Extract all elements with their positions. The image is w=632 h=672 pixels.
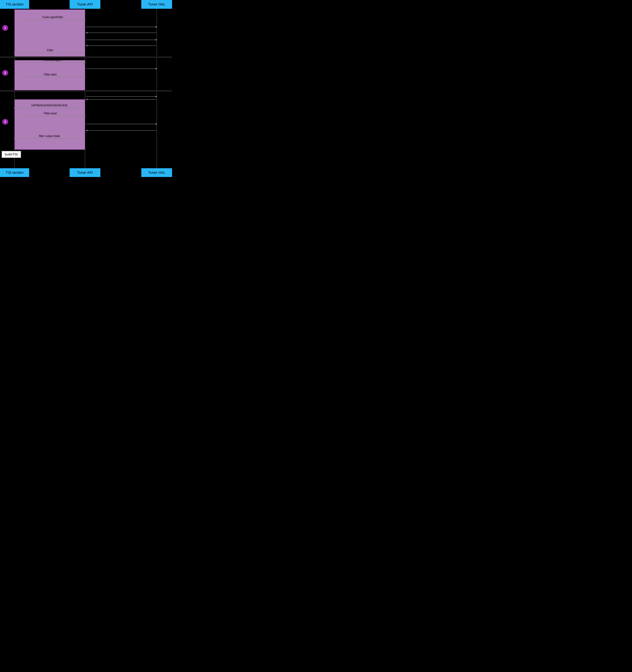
svg-rect-6 (0, 56, 172, 58)
svg-rect-4 (15, 60, 85, 90)
step-circle-2: 2 (2, 70, 8, 76)
svg-marker-16 (155, 39, 157, 41)
svg-rect-3 (15, 9, 85, 56)
svg-marker-35 (14, 107, 16, 109)
footer-tis: TIS section (0, 168, 29, 177)
svg-marker-31 (155, 96, 157, 97)
footer-tuner-hal: Tuner HAL (141, 168, 172, 177)
svg-text:Tuner.openFilter: Tuner.openFilter (42, 16, 63, 19)
header-tuner-hal-label: Tuner HAL (148, 2, 165, 6)
header-tis: TIS section (0, 0, 29, 9)
svg-marker-23 (84, 62, 86, 63)
svg-marker-45 (14, 138, 16, 139)
svg-marker-28 (84, 76, 86, 78)
svg-rect-5 (15, 99, 85, 150)
step-circle-3: 3 (2, 119, 8, 125)
svg-marker-43 (86, 130, 88, 131)
svg-marker-26 (155, 68, 157, 70)
footer-bar: TIS section Tuner API Tuner HAL (0, 168, 172, 177)
build-psi-box: build PSI (2, 151, 21, 158)
svg-text:Filter.read: Filter.read (44, 112, 57, 115)
footer-tuner-api-label: Tuner API (77, 170, 93, 175)
svg-text:Filter.start: Filter.start (44, 73, 56, 76)
svg-marker-14 (86, 32, 88, 33)
main-diagram: Tuner.openFilter Filter Filter.configure (0, 9, 172, 168)
svg-text:Filter: Filter (47, 49, 53, 52)
diagram-container: TIS section Tuner API Tuner HAL (0, 0, 172, 177)
header-tuner-hal: Tuner HAL (141, 0, 172, 9)
svg-text:filter output data: filter output data (39, 135, 60, 138)
header-tis-label: TIS section (6, 2, 23, 6)
build-psi-label: build PSI (5, 152, 18, 156)
svg-marker-33 (86, 99, 88, 100)
svg-text:onFilterEvent(SectionEvent): onFilterEvent(SectionEvent) (31, 104, 68, 107)
svg-rect-7 (0, 90, 172, 92)
svg-marker-9 (84, 19, 86, 21)
step-circle-1: 1 (2, 25, 8, 31)
svg-marker-12 (155, 26, 157, 28)
diagram-svg: Tuner.openFilter Filter Filter.configure (0, 9, 172, 168)
footer-tis-label: TIS section (6, 170, 23, 175)
svg-marker-38 (84, 115, 86, 117)
svg-marker-20 (14, 52, 16, 54)
header-bar: TIS section Tuner API Tuner HAL (0, 0, 172, 9)
footer-tuner-hal-label: Tuner HAL (148, 170, 165, 175)
header-tuner-api-label: Tuner API (77, 2, 93, 6)
svg-text:Filter.configure: Filter.configure (43, 58, 62, 62)
footer-tuner-api: Tuner API (70, 168, 100, 177)
svg-marker-18 (86, 45, 88, 46)
svg-marker-41 (155, 123, 157, 125)
header-tuner-api: Tuner API (70, 0, 100, 9)
